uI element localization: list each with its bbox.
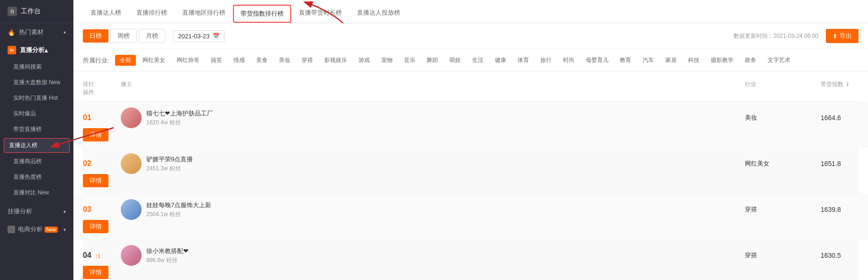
day-btn[interactable]: 日榜 bbox=[83, 29, 108, 43]
sidebar-item-goods-live[interactable]: 带货直播榜 bbox=[0, 122, 73, 137]
streamer-name: 驴嫂平荣9点直播 bbox=[146, 155, 193, 164]
sidebar-item-label: 挂播分析 bbox=[8, 207, 32, 216]
industry-tag-4[interactable]: 情感 bbox=[229, 55, 250, 66]
industry-tag-13[interactable]: 萌娃 bbox=[445, 55, 465, 66]
industry-tag-10[interactable]: 宠物 bbox=[376, 55, 397, 66]
sidebar-sub-label: 实时热门直播 bbox=[13, 95, 47, 101]
sidebar-item-goods-rank[interactable]: 直播商品榜 bbox=[0, 154, 73, 169]
rank-cell: 04 ↑1 bbox=[83, 251, 121, 260]
industry-tag-17[interactable]: 旅行 bbox=[536, 55, 556, 66]
export-button[interactable]: ⬆ 导出 bbox=[826, 29, 859, 43]
tab-goods-time-rank[interactable]: 直播带货时长榜 bbox=[291, 4, 349, 23]
industry-tag-11[interactable]: 音乐 bbox=[399, 55, 420, 66]
score-cell: 1651.8 bbox=[821, 160, 859, 167]
sidebar-item-search[interactable]: 直播间搜索 bbox=[0, 59, 73, 75]
industry-tag-6[interactable]: 美妆 bbox=[274, 55, 295, 66]
streamer-info: 猫七七❤上海护肤品工厂 1620.4w 粉丝 bbox=[121, 107, 650, 128]
sidebar-sub-label: 实时爆品 bbox=[13, 110, 36, 117]
table-row: 02 驴嫂平荣9点直播 2451.3w 粉丝 网红美女 1651.8 详情 bbox=[83, 148, 859, 193]
avatar bbox=[121, 199, 142, 220]
tab-region-rank[interactable]: 直播地区排行榜 bbox=[175, 4, 233, 23]
avatar bbox=[121, 153, 142, 174]
sidebar-item-heat-rank[interactable]: 直播热度榜 bbox=[0, 169, 73, 185]
industry-tag-9[interactable]: 游戏 bbox=[354, 55, 375, 66]
month-btn[interactable]: 月榜 bbox=[139, 29, 165, 43]
sidebar-item-streamer-rank[interactable]: 直播达人榜 bbox=[4, 138, 70, 153]
tab-live-rank[interactable]: 直播排行榜 bbox=[129, 4, 175, 23]
industry-tag-14[interactable]: 生活 bbox=[467, 55, 488, 66]
industry-tag-24[interactable]: 摄影教学 bbox=[706, 55, 738, 66]
work-icon: 台 bbox=[8, 7, 17, 16]
sidebar-sub-label: 直播对比 bbox=[13, 189, 36, 196]
industry-tag-12[interactable]: 舞蹈 bbox=[422, 55, 443, 66]
chevron-down-icon: ▾ bbox=[63, 30, 66, 35]
avatar bbox=[121, 245, 142, 266]
date-value: 2021-03-23 bbox=[178, 33, 210, 40]
sidebar-item-hanging-analysis[interactable]: 挂播分析 ▾ bbox=[0, 202, 73, 220]
industry-tag-5[interactable]: 美食 bbox=[251, 55, 272, 66]
industry-tag-8[interactable]: 影视娱乐 bbox=[320, 55, 352, 66]
industry-tag-19[interactable]: 母婴育儿 bbox=[581, 55, 613, 66]
industry-filter-bar: 所属行业: 全部 网红美女 网红帅哥 搞笑 情感 美食 美妆 穿搭 影视娱乐 游… bbox=[73, 49, 868, 72]
live-icon: in bbox=[8, 46, 16, 54]
rank-number: 04 bbox=[83, 251, 91, 259]
industry-tag-20[interactable]: 教育 bbox=[615, 55, 636, 66]
industry-tag-3[interactable]: 搞笑 bbox=[206, 55, 227, 66]
industry-tag-18[interactable]: 时尚 bbox=[558, 55, 579, 66]
sidebar-item-big-data[interactable]: 直播大盘数据 New bbox=[0, 75, 73, 90]
industry-tag-all[interactable]: 全部 bbox=[115, 55, 136, 66]
industry-tag-1[interactable]: 网红美女 bbox=[138, 55, 170, 66]
industry-tag-22[interactable]: 家居 bbox=[661, 55, 681, 66]
rank-cell: 01 bbox=[83, 114, 121, 122]
streamer-details: 驴嫂平荣9点直播 2451.3w 粉丝 bbox=[146, 155, 193, 173]
date-picker[interactable]: 2021-03-23 📅 bbox=[173, 30, 225, 42]
hot-badge: Hot bbox=[49, 95, 58, 101]
industry-tag-23[interactable]: 科技 bbox=[683, 55, 704, 66]
industry-tag-2[interactable]: 网红帅哥 bbox=[172, 55, 204, 66]
sidebar-item-hot-material[interactable]: 🔥 热门素材 ▾ bbox=[0, 23, 73, 41]
streamer-fans: 2504.1w 粉丝 bbox=[146, 210, 211, 219]
industry-tag-26[interactable]: 文字艺术 bbox=[763, 55, 795, 66]
rank-number: 03 bbox=[83, 205, 91, 213]
tab-label: 直播带货时长榜 bbox=[299, 9, 342, 16]
sidebar-item-label: 电商分析 bbox=[18, 225, 43, 234]
table-container: 排行 播主 行业 带货指数 ℹ 操作 01 猫七七❤上海护肤品工厂 1620.4… bbox=[73, 72, 868, 280]
calendar-icon: 📅 bbox=[213, 33, 220, 39]
tab-streamer-invest-rank[interactable]: 直播达人投放榜 bbox=[349, 4, 408, 23]
info-icon[interactable]: ℹ bbox=[847, 81, 849, 87]
rank-number: 01 bbox=[83, 114, 91, 122]
detail-button[interactable]: 详情 bbox=[83, 220, 108, 233]
streamer-info: 徐小米教搭配❤ 886.6w 粉丝 bbox=[121, 245, 650, 266]
sidebar-item-ecommerce[interactable]: 电商分析 New ▾ bbox=[0, 220, 73, 238]
sidebar-item-live-analysis[interactable]: in 直播分析 ▴ bbox=[0, 41, 73, 59]
streamer-info: 娃娃每晚7点服饰大上新 2504.1w 粉丝 bbox=[121, 199, 650, 220]
industry-tag-21[interactable]: 汽车 bbox=[638, 55, 659, 66]
sidebar: 台 工作台 🔥 热门素材 ▾ in 直播分析 ▴ 直播间搜索 直播大盘数据 Ne… bbox=[0, 0, 73, 280]
industry-tag-7[interactable]: 穿搭 bbox=[297, 55, 318, 66]
streamer-details: 娃娃每晚7点服饰大上新 2504.1w 粉丝 bbox=[146, 201, 211, 219]
tab-label: 直播达人投放榜 bbox=[357, 9, 400, 16]
industry-tag-15[interactable]: 健康 bbox=[490, 55, 511, 66]
detail-button[interactable]: 详情 bbox=[83, 266, 108, 279]
header-score: 带货指数 ℹ bbox=[821, 80, 859, 88]
detail-button[interactable]: 详情 bbox=[83, 174, 108, 187]
industry-tag-25[interactable]: 政务 bbox=[740, 55, 761, 66]
sidebar-logo-label: 工作台 bbox=[21, 7, 41, 16]
sidebar-item-realtime-hot[interactable]: 实时热门直播 Hot bbox=[0, 90, 73, 106]
score-cell: 1664.6 bbox=[821, 114, 859, 122]
detail-button[interactable]: 详情 bbox=[83, 128, 108, 141]
streamer-info: 驴嫂平荣9点直播 2451.3w 粉丝 bbox=[121, 153, 650, 174]
industry-tag-16[interactable]: 体育 bbox=[513, 55, 534, 66]
sidebar-item-hot-products[interactable]: 实时爆品 bbox=[0, 106, 73, 122]
tab-goods-index-rank[interactable]: 带货指数排行榜 bbox=[233, 5, 291, 23]
action-cell: 详情 bbox=[83, 128, 121, 141]
flame-icon: 🔥 bbox=[8, 29, 15, 36]
tab-streamer-rank[interactable]: 直播达人榜 bbox=[83, 4, 129, 23]
export-icon: ⬆ bbox=[832, 33, 838, 40]
sidebar-item-compare[interactable]: 直播对比 New bbox=[0, 185, 73, 201]
sidebar-sub-label: 直播间搜索 bbox=[13, 63, 42, 70]
new-badge-compare: New bbox=[37, 189, 49, 196]
sidebar-logo[interactable]: 台 工作台 bbox=[0, 0, 73, 23]
action-cell: 详情 bbox=[83, 174, 121, 187]
week-btn[interactable]: 周榜 bbox=[110, 29, 137, 43]
